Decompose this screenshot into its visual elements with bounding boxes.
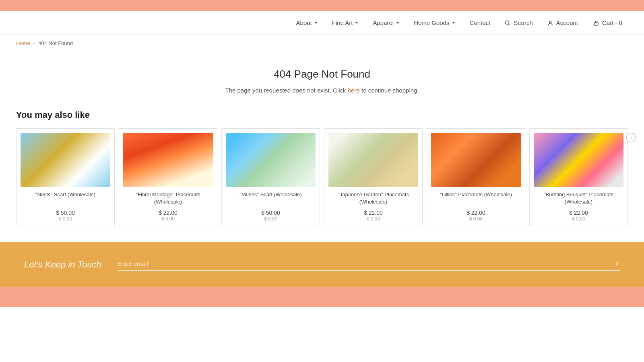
nav-fine-art-label: Fine Art — [332, 19, 353, 26]
product-price: $ 22.00 — [123, 210, 213, 216]
product-original-price: $ 0.00 — [431, 216, 521, 222]
product-original-price: $ 0.00 — [534, 216, 623, 222]
top-bar — [0, 0, 644, 11]
product-image-0 — [21, 133, 110, 187]
nav-home-goods[interactable]: Home Goods — [408, 16, 460, 29]
product-image-4 — [431, 133, 521, 187]
product-card[interactable]: "Bursting Bouquet" Placemats (Wholesale)… — [529, 128, 628, 226]
product-name: "Muses" Scarf (Wholesale) — [226, 191, 316, 206]
nav-apparel-chevron — [396, 22, 399, 24]
cart-icon — [592, 20, 599, 26]
svg-point-2 — [549, 21, 551, 23]
product-card[interactable]: "Nests" Scarf (Wholesale)$ 50.00$ 0.00 — [16, 128, 115, 226]
nav-about-label: About — [296, 19, 312, 26]
newsletter-label: Let's Keep in Touch — [24, 259, 101, 270]
nav-cart-label: Cart - 0 — [602, 19, 622, 26]
product-name: "Japanese Garden" Placemats (Wholesale) — [328, 191, 418, 206]
product-name: "Lillies" Placemats (Wholesale) — [431, 191, 521, 206]
nav-contact-label: Contact — [470, 19, 491, 26]
product-original-price: $ 0.00 — [123, 216, 213, 222]
recommendations-section: You may also like "Nests" Scarf (Wholesa… — [0, 102, 644, 242]
info-icon[interactable]: i — [626, 133, 636, 142]
search-icon — [505, 20, 510, 26]
nav-search[interactable]: Search — [499, 16, 539, 29]
product-image-5 — [534, 133, 623, 187]
continue-shopping-link[interactable]: here — [348, 87, 360, 94]
product-image-1 — [123, 133, 213, 187]
product-card[interactable]: "Lillies" Placemats (Wholesale)$ 22.00$ … — [427, 128, 525, 226]
product-original-price: $ 0.00 — [21, 216, 110, 222]
product-price: $ 50.00 — [226, 210, 316, 216]
error-desc-text: The page you requested does not exist. C… — [225, 87, 346, 94]
nav-account-label: Account — [556, 19, 578, 26]
error-title: 404 Page Not Found — [16, 68, 628, 80]
nav-contact[interactable]: Contact — [464, 16, 496, 29]
main-nav: About Fine Art Apparel Home Goods Contac… — [291, 16, 628, 29]
products-grid: "Nests" Scarf (Wholesale)$ 50.00$ 0.00"F… — [16, 128, 628, 226]
breadcrumb: Home › 404 Not Found — [0, 35, 644, 52]
product-name: "Bursting Bouquet" Placemats (Wholesale) — [534, 191, 623, 206]
newsletter-submit-button[interactable]: › — [614, 258, 620, 269]
nav-fine-art-chevron — [355, 22, 358, 24]
product-name: "Floral Montage" Placemats (Wholesale) — [123, 191, 213, 206]
nav-account[interactable]: Account — [542, 16, 584, 29]
product-price: $ 22.00 — [328, 210, 418, 216]
main-content: 404 Page Not Found The page you requeste… — [0, 52, 644, 102]
product-name: "Nests" Scarf (Wholesale) — [21, 191, 110, 206]
breadcrumb-separator: › — [33, 40, 35, 46]
nav-home-goods-label: Home Goods — [414, 19, 449, 26]
nav-apparel[interactable]: Apparel — [367, 16, 405, 29]
nav-about-chevron — [314, 22, 318, 24]
newsletter-form: › — [118, 258, 620, 271]
product-original-price: $ 0.00 — [226, 216, 316, 222]
nav-home-goods-chevron — [452, 22, 455, 24]
nav-fine-art[interactable]: Fine Art — [326, 16, 364, 29]
header: About Fine Art Apparel Home Goods Contac… — [0, 11, 644, 35]
breadcrumb-home[interactable]: Home — [16, 40, 30, 46]
product-price: $ 22.00 — [534, 210, 623, 216]
nav-cart[interactable]: Cart - 0 — [587, 16, 628, 29]
svg-line-1 — [509, 24, 510, 25]
account-icon — [547, 20, 553, 26]
recommendations-title: You may also like — [16, 110, 628, 120]
product-price: $ 50.00 — [21, 210, 110, 216]
product-image-3 — [328, 133, 418, 187]
nav-apparel-label: Apparel — [373, 19, 394, 26]
product-image-2 — [226, 133, 316, 187]
breadcrumb-current: 404 Not Found — [38, 40, 73, 46]
product-price: $ 22.00 — [431, 210, 521, 216]
product-card[interactable]: "Japanese Garden" Placemats (Wholesale)$… — [324, 128, 423, 226]
product-card[interactable]: "Muses" Scarf (Wholesale)$ 50.00$ 0.00 — [221, 128, 320, 226]
svg-rect-3 — [594, 23, 598, 25]
nav-about[interactable]: About — [291, 16, 323, 29]
product-card[interactable]: "Floral Montage" Placemats (Wholesale)$ … — [119, 128, 217, 226]
error-description: The page you requested does not exist. C… — [16, 87, 628, 94]
newsletter-email-input[interactable] — [118, 260, 614, 267]
nav-search-label: Search — [514, 19, 533, 26]
error-desc-end2: to continue shopping. — [361, 87, 419, 94]
footer-bottom-bar — [0, 287, 644, 307]
product-original-price: $ 0.00 — [328, 216, 418, 222]
footer-newsletter: Let's Keep in Touch › — [0, 242, 644, 287]
